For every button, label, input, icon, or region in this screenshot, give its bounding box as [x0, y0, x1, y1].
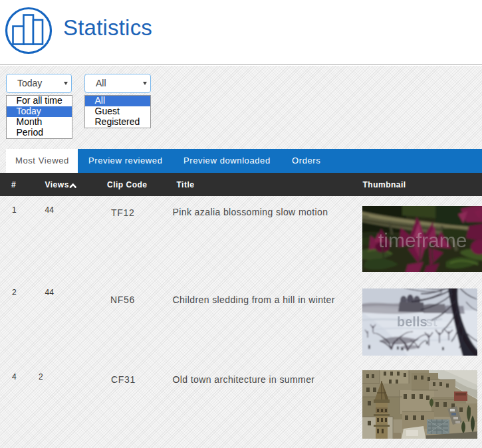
tab-preview-downloaded[interactable]: Preview downloaded	[183, 149, 271, 173]
chevron-down-icon	[143, 82, 147, 85]
table-row: 2 44 NF56 Children sledding from a hill …	[0, 280, 482, 362]
row-clip-code: NF56	[110, 294, 135, 305]
row-title: Pink azalia blossoming slow motion	[173, 207, 328, 217]
column-header-num[interactable]: #	[11, 173, 16, 197]
page-title: Statistics	[63, 15, 152, 41]
tab-orders[interactable]: Orders	[292, 149, 320, 173]
option-period[interactable]: Period	[7, 128, 72, 138]
tab-preview-reviewed[interactable]: Preview reviewed	[88, 149, 162, 173]
page-header: Statistics	[0, 0, 482, 65]
row-views: 44	[45, 205, 54, 215]
column-header-views[interactable]: Views	[45, 173, 69, 197]
table-row: 4 2 CF31 Old town architecture in summer	[0, 363, 482, 445]
sort-ascending-icon	[69, 183, 77, 188]
column-header-title[interactable]: Title	[177, 173, 195, 197]
option-month[interactable]: Month	[7, 117, 72, 128]
thumbnail-image-azalea[interactable]: timeframe	[362, 206, 482, 272]
option-all[interactable]: All	[85, 96, 150, 106]
option-for-all-time[interactable]: For all time	[7, 96, 72, 106]
row-clip-code: CF31	[111, 374, 136, 385]
table-row: 1 44 TF12 Pink azalia blossoming slow mo…	[0, 197, 482, 279]
column-header-thumbnail[interactable]: Thumbnail	[363, 173, 406, 197]
table-header: # Views Clip Code Title Thumbnail	[0, 173, 482, 196]
thumbnail-watermark-faded: st	[425, 314, 437, 329]
period-select[interactable]: Today	[6, 74, 72, 93]
row-clip-code: TF12	[111, 207, 134, 218]
row-views: 2	[39, 372, 43, 382]
tab-bar: Most Viewed Preview reviewed Preview dow…	[6, 149, 482, 173]
tab-most-viewed[interactable]: Most Viewed	[6, 149, 78, 173]
user-type-select-dropdown: All Guest Registered	[84, 95, 151, 128]
row-views: 44	[45, 288, 54, 297]
row-num: 4	[12, 372, 17, 382]
main-content: Today For all time Today Month Period Al…	[0, 66, 482, 448]
period-select-value: Today	[17, 74, 42, 92]
period-select-dropdown: For all time Today Month Period	[6, 95, 72, 139]
statistics-logo-icon	[5, 7, 53, 55]
column-header-clip-code[interactable]: Clip Code	[107, 173, 148, 197]
thumbnail-image-old-town[interactable]	[362, 370, 477, 439]
row-title: Children sledding from a hill in winter	[173, 294, 335, 305]
row-num: 1	[12, 205, 17, 215]
option-today[interactable]: Today	[7, 106, 72, 117]
thumbnail-watermark: bells	[397, 314, 427, 329]
user-type-select-value: All	[96, 74, 106, 92]
option-guest[interactable]: Guest	[85, 106, 150, 117]
user-type-select[interactable]: All	[84, 74, 151, 93]
row-title: Old town architecture in summer	[173, 374, 315, 385]
option-registered[interactable]: Registered	[85, 117, 150, 128]
row-num: 2	[12, 288, 17, 297]
thumbnail-image-winter[interactable]: bells st	[362, 288, 477, 356]
thumbnail-watermark: timeframe	[378, 229, 467, 251]
chevron-down-icon	[64, 82, 68, 85]
